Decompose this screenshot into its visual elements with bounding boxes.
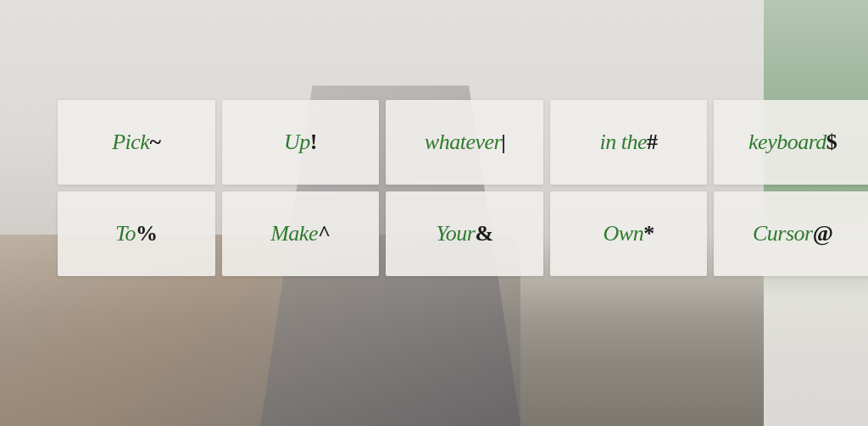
card-up-text: Up! [284, 130, 317, 155]
card-your-word: Your [436, 221, 475, 246]
card-whatever: whatever [386, 100, 543, 185]
card-own-symbol: * [643, 221, 654, 246]
card-inthe-text: in the# [600, 130, 658, 155]
card-cursor: Cursor@ [714, 191, 868, 276]
card-pick-text: Pick~ [112, 130, 160, 155]
card-own-word: Own [604, 221, 644, 246]
card-own: Own* [550, 191, 708, 276]
card-up: Up! [222, 100, 380, 185]
card-inthe-word: in the [600, 130, 648, 154]
card-grid: Pick~ Up! whatever in the# keyboard$ To%… [58, 100, 868, 276]
card-keyboard-text: keyboard$ [748, 130, 837, 155]
card-make-symbol: ^ [318, 221, 331, 246]
card-keyboard-word: keyboard [748, 130, 826, 154]
card-pick: Pick~ [58, 100, 215, 185]
card-cursor-text: Cursor@ [753, 221, 832, 246]
card-to-symbol: % [136, 221, 158, 246]
card-to-text: To% [115, 221, 158, 246]
card-inthe: in the# [550, 100, 708, 185]
card-to: To% [58, 191, 215, 276]
card-cursor-word: Cursor [753, 221, 813, 246]
card-pick-word: Pick [112, 130, 149, 154]
card-whatever-word: whatever [425, 130, 502, 154]
card-up-word: Up [284, 130, 310, 154]
card-cursor-symbol: @ [813, 221, 833, 246]
card-keyboard-symbol: $ [826, 130, 837, 154]
card-keyboard: keyboard$ [714, 100, 868, 185]
text-cursor [503, 135, 504, 153]
card-inthe-symbol: # [647, 130, 658, 154]
card-whatever-text: whatever [425, 130, 504, 155]
card-own-text: Own* [604, 221, 654, 246]
card-pick-symbol: ~ [149, 130, 160, 154]
card-up-symbol: ! [310, 130, 317, 154]
card-make-word: Make [270, 221, 318, 246]
card-make: Make^ [222, 191, 380, 276]
card-your: Your& [386, 191, 543, 276]
card-your-symbol: & [476, 221, 493, 246]
card-your-text: Your& [436, 221, 492, 246]
card-make-text: Make^ [270, 221, 330, 246]
card-to-word: To [115, 221, 136, 246]
